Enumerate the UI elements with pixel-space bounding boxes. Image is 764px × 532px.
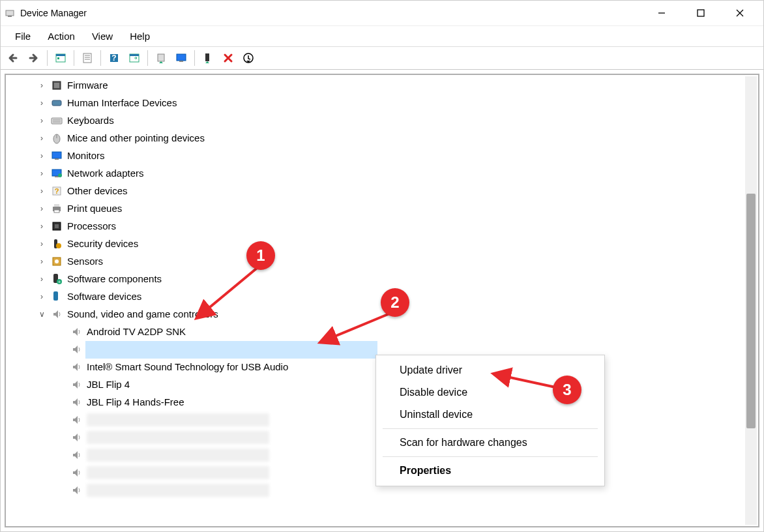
tree-category[interactable]: ›+Software components — [6, 270, 758, 288]
svg-rect-0 — [6, 10, 14, 16]
disable-device-button[interactable] — [239, 49, 257, 67]
svg-rect-33 — [55, 176, 59, 177]
device-label: JBL Flip 4 Hands-Free — [87, 396, 184, 407]
context-menu-item[interactable]: Properties — [376, 460, 604, 482]
show-hide-tree-button[interactable] — [51, 49, 70, 67]
menu-file[interactable]: File — [7, 28, 38, 44]
speaker-icon — [70, 396, 83, 409]
speaker-icon — [70, 466, 83, 479]
svg-rect-39 — [54, 210, 59, 213]
keyboard-icon — [50, 114, 63, 127]
back-button[interactable] — [5, 49, 23, 67]
tree-device[interactable]: Android TV A2DP SNK — [6, 323, 758, 340]
display-button[interactable] — [172, 49, 190, 67]
expander-icon[interactable]: › — [37, 222, 46, 231]
svg-rect-17 — [158, 54, 164, 61]
category-label: Firmware — [67, 80, 108, 91]
expander-icon[interactable]: › — [37, 134, 46, 143]
tree-category[interactable]: ›Sensors — [6, 252, 758, 270]
menu-help[interactable]: Help — [122, 28, 158, 44]
category-label: Security devices — [67, 238, 138, 249]
svg-rect-31 — [55, 158, 59, 160]
svg-point-34 — [58, 173, 62, 177]
context-menu-item[interactable]: Uninstall device — [376, 404, 604, 426]
expander-icon[interactable]: › — [37, 151, 46, 160]
svg-text:?: ? — [111, 53, 116, 63]
toolbar-separator — [194, 50, 195, 66]
redacted-label — [87, 413, 269, 426]
svg-rect-23 — [54, 83, 59, 88]
category-label: Print queues — [67, 203, 122, 214]
sensor-icon — [50, 255, 63, 268]
tree-category[interactable]: ›Security devices — [6, 235, 758, 252]
minimize-button[interactable] — [642, 1, 681, 25]
svg-rect-20 — [205, 53, 209, 61]
tree-category[interactable]: ›?Other devices — [6, 182, 758, 200]
svg-rect-1 — [8, 16, 12, 17]
expander-icon[interactable]: › — [37, 204, 46, 213]
speaker-icon — [70, 361, 83, 374]
help-button[interactable]: ? — [105, 49, 123, 67]
scan-hardware-button[interactable] — [125, 49, 143, 67]
tree-category[interactable]: ›Mice and other pointing devices — [6, 129, 758, 147]
context-menu-separator — [383, 428, 598, 429]
expander-icon[interactable]: ∨ — [37, 310, 46, 319]
toolbar-separator — [147, 50, 148, 66]
other-icon: ? — [50, 185, 63, 198]
printer-icon — [50, 202, 63, 215]
properties-button[interactable] — [78, 49, 96, 67]
context-menu-item[interactable]: Scan for hardware changes — [376, 432, 604, 454]
svg-rect-38 — [54, 204, 59, 207]
tree-category[interactable]: ›Monitors — [6, 147, 758, 164]
speaker-icon — [70, 413, 83, 426]
speaker-icon — [70, 431, 83, 444]
expander-icon[interactable]: › — [37, 169, 46, 178]
expander-icon[interactable]: › — [37, 257, 46, 266]
category-label: Sound, video and game controllers — [67, 308, 218, 319]
svg-rect-30 — [52, 152, 61, 158]
update-driver-button[interactable] — [152, 49, 170, 67]
category-label: Human Interface Devices — [67, 97, 177, 108]
speaker-icon — [50, 308, 63, 321]
svg-point-43 — [56, 243, 61, 248]
tree-category[interactable]: ›Processors — [6, 217, 758, 235]
svg-rect-8 — [57, 57, 59, 59]
software-icon: + — [50, 273, 63, 286]
close-button[interactable] — [720, 1, 759, 25]
tree-category[interactable]: ›Keyboards — [6, 111, 758, 129]
category-label: Keyboards — [67, 115, 114, 126]
svg-rect-24 — [52, 100, 61, 106]
titlebar: Device Manager — [1, 1, 763, 25]
menu-view[interactable]: View — [84, 28, 121, 44]
svg-rect-7 — [56, 54, 65, 56]
category-label: Network adapters — [67, 168, 144, 179]
expander-icon[interactable]: › — [37, 186, 46, 196]
expander-icon[interactable]: › — [37, 292, 46, 301]
expander-icon[interactable]: › — [37, 98, 46, 108]
svg-rect-49 — [53, 291, 58, 301]
tree-category[interactable]: ›Firmware — [6, 76, 758, 94]
enable-device-button[interactable] — [199, 49, 217, 67]
menubar: File Action View Help — [1, 25, 763, 46]
hid-icon — [50, 96, 63, 110]
device-manager-icon — [5, 8, 15, 18]
expander-icon[interactable]: › — [37, 239, 46, 248]
device-label: JBL Flip 4 — [87, 379, 130, 390]
expander-icon[interactable]: › — [37, 116, 46, 125]
toolbar-separator — [100, 50, 101, 66]
speaker-icon — [70, 449, 83, 462]
uninstall-device-button[interactable] — [219, 49, 237, 67]
svg-rect-9 — [83, 53, 91, 63]
speaker-icon — [70, 378, 83, 391]
svg-rect-25 — [51, 118, 62, 124]
tree-category[interactable]: ›Network adapters — [6, 164, 758, 182]
forward-button[interactable] — [25, 49, 43, 67]
tree-category[interactable]: ›Print queues — [6, 200, 758, 217]
maximize-button[interactable] — [681, 1, 720, 25]
redacted-label — [87, 484, 269, 497]
tree-category[interactable]: ›Human Interface Devices — [6, 94, 758, 111]
expander-icon[interactable]: › — [37, 274, 46, 284]
menu-action[interactable]: Action — [40, 28, 83, 44]
category-label: Software components — [67, 273, 162, 284]
expander-icon[interactable]: › — [37, 81, 46, 90]
